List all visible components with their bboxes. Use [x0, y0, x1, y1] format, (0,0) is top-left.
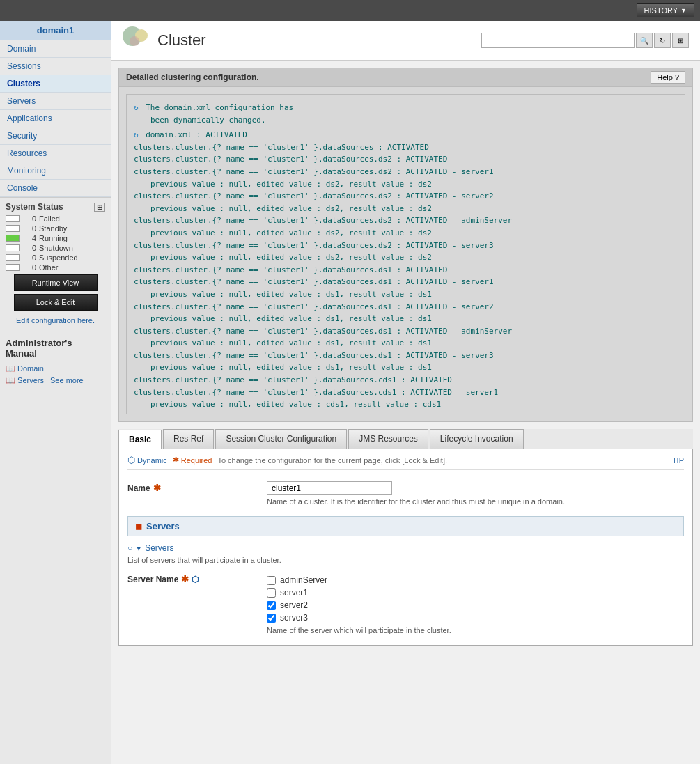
- server-checkbox[interactable]: [267, 576, 276, 585]
- servers-section-header: ◼ Servers: [127, 516, 684, 536]
- failed-indicator: [6, 215, 20, 222]
- server-name-dynamic-icon: ⬡: [192, 575, 199, 584]
- other-count: 0: [22, 263, 36, 272]
- sidebar-item-sessions[interactable]: Sessions: [0, 58, 111, 75]
- running-indicator: [6, 235, 20, 242]
- reload-icon: ↻: [134, 103, 139, 112]
- log-line: clusters.cluster.{? name == 'cluster1' }…: [134, 411, 678, 414]
- required-badge: ✱ Required: [173, 455, 212, 465]
- log-line: previous value : null, edited value : ds…: [134, 251, 678, 264]
- sidebar-item-monitoring[interactable]: Monitoring: [0, 162, 111, 180]
- running-count: 4: [22, 234, 36, 242]
- log-line: previous value : null, edited value : ds…: [134, 178, 678, 191]
- server-name-form-row: Server Name ✱ ⬡ adminServerserver1server…: [127, 570, 684, 639]
- page-title: Cluster: [157, 31, 206, 49]
- tab-res-ref[interactable]: Res Ref: [163, 429, 214, 449]
- change-notice-text: To change the configuration for the curr…: [217, 456, 447, 465]
- list-item: server2: [267, 599, 684, 611]
- log-line: previous value : null, edited value : ds…: [134, 203, 678, 215]
- servers-icon: ◼: [135, 522, 142, 531]
- tip-link[interactable]: TIP: [672, 456, 684, 465]
- sidebar-item-security[interactable]: Security: [0, 127, 111, 145]
- sidebar-item-servers[interactable]: Servers: [0, 93, 111, 110]
- list-item: adminServer: [267, 574, 684, 586]
- server-name-label-item: server3: [280, 613, 308, 623]
- log-line: previous value : null, edited value : ds…: [134, 313, 678, 325]
- tab-jms-resources[interactable]: JMS Resources: [348, 429, 428, 449]
- server-name-desc: Name of the server which will participat…: [267, 626, 684, 634]
- log-line: clusters.cluster.{? name == 'cluster1' }…: [134, 153, 678, 166]
- servers-section-title: Servers: [146, 521, 180, 531]
- sidebar-item-console[interactable]: Console: [0, 180, 111, 197]
- admin-manual-domain-link[interactable]: 📖 Domain: [6, 363, 105, 375]
- log-line: clusters.cluster.{? name == 'cluster1' }…: [134, 264, 678, 276]
- dynamic-icon: ⬡: [127, 455, 135, 465]
- shutdown-count: 0: [22, 244, 36, 252]
- book-icon-2: 📖: [6, 376, 15, 384]
- sidebar-link-security[interactable]: Security: [0, 127, 111, 144]
- log-msg3: domain.xml : ACTIVATED: [146, 130, 247, 139]
- log-line: clusters.cluster.{? name == 'cluster1' }…: [134, 387, 678, 399]
- tabs-bar: Basic Res Ref Session Cluster Configurat…: [118, 429, 693, 449]
- name-desc: Name of a cluster. It is the identifier …: [267, 497, 684, 506]
- name-label: Name ✱: [127, 481, 267, 493]
- see-more-link[interactable]: See more: [50, 376, 84, 384]
- help-button[interactable]: Help ?: [651, 71, 685, 84]
- sidebar-item-domain[interactable]: Domain: [0, 40, 111, 58]
- sidebar-link-clusters[interactable]: Clusters: [0, 75, 111, 92]
- suspended-count: 0: [22, 254, 36, 262]
- runtime-view-button[interactable]: Runtime View: [14, 274, 98, 291]
- running-label: Running: [39, 234, 68, 242]
- domain-title: domain1: [0, 21, 111, 40]
- sidebar-link-servers[interactable]: Servers: [0, 93, 111, 109]
- sidebar-link-sessions[interactable]: Sessions: [0, 58, 111, 75]
- failed-count: 0: [22, 215, 36, 223]
- required-star-icon: ✱: [173, 455, 179, 465]
- tab-basic[interactable]: Basic: [118, 430, 162, 449]
- lock-edit-button[interactable]: Lock & Edit: [14, 294, 98, 311]
- log-msg1: The domain.xml configuration has: [146, 103, 293, 112]
- servers-checkboxes: adminServerserver1server2server3 Name of…: [267, 574, 684, 634]
- servers-toggle-label[interactable]: Servers: [145, 543, 173, 553]
- sidebar-link-applications[interactable]: Applications: [0, 110, 111, 127]
- standby-indicator: [6, 225, 20, 232]
- servers-toggle[interactable]: ○ ▼ Servers: [127, 543, 684, 553]
- sidebar-link-resources[interactable]: Resources: [0, 145, 111, 162]
- servers-list: adminServerserver1server2server3: [267, 574, 684, 624]
- log-line: clusters.cluster.{? name == 'cluster1' }…: [134, 141, 678, 154]
- chevron-down-icon: ▼: [135, 545, 142, 552]
- sidebar-item-clusters[interactable]: Clusters: [0, 75, 111, 93]
- refresh-button[interactable]: ↻: [654, 33, 671, 48]
- log-line: clusters.cluster.{? name == 'cluster1' }…: [134, 374, 678, 387]
- sidebar-item-resources[interactable]: Resources: [0, 145, 111, 162]
- name-form-row: Name ✱ Name of a cluster. It is the iden…: [127, 477, 684, 510]
- server-name-label-item: server1: [280, 588, 308, 598]
- log-line: previous value : null, edited value : ds…: [134, 337, 678, 350]
- sidebar-link-monitoring[interactable]: Monitoring: [0, 162, 111, 179]
- server-checkbox[interactable]: [267, 614, 276, 623]
- edit-config-link[interactable]: Edit configuration here.: [16, 316, 95, 325]
- name-input[interactable]: [267, 481, 392, 495]
- options-button[interactable]: ⊞: [672, 33, 689, 48]
- search-button[interactable]: 🔍: [636, 33, 653, 48]
- tab-session-cluster[interactable]: Session Cluster Configuration: [215, 429, 347, 449]
- search-input[interactable]: [481, 33, 635, 48]
- tab-lifecycle[interactable]: Lifecycle Invocation: [430, 429, 524, 449]
- server-name-label: Server Name ✱ ⬡: [127, 574, 267, 584]
- log-line: clusters.cluster.{? name == 'cluster1' }…: [134, 190, 678, 203]
- log-line: previous value : null, edited value : ds…: [134, 227, 678, 240]
- log-line: previous value : null, edited value : cd…: [134, 398, 678, 411]
- standby-label: Standby: [39, 224, 67, 233]
- system-status-icon: ⊞: [94, 203, 105, 212]
- sidebar-link-domain[interactable]: Domain: [0, 40, 111, 57]
- sidebar-link-console[interactable]: Console: [0, 180, 111, 196]
- history-button[interactable]: HISTORY: [637, 3, 694, 17]
- sidebar-item-applications[interactable]: Applications: [0, 110, 111, 127]
- server-checkbox[interactable]: [267, 588, 276, 598]
- admin-manual-servers-link[interactable]: 📖 Servers See more: [6, 375, 105, 387]
- server-checkbox[interactable]: [267, 601, 276, 610]
- log-line: previous value : null, edited value : ds…: [134, 288, 678, 301]
- book-icon: 📖: [6, 364, 15, 373]
- log-lines: clusters.cluster.{? name == 'cluster1' }…: [134, 141, 678, 414]
- list-item: server3: [267, 611, 684, 624]
